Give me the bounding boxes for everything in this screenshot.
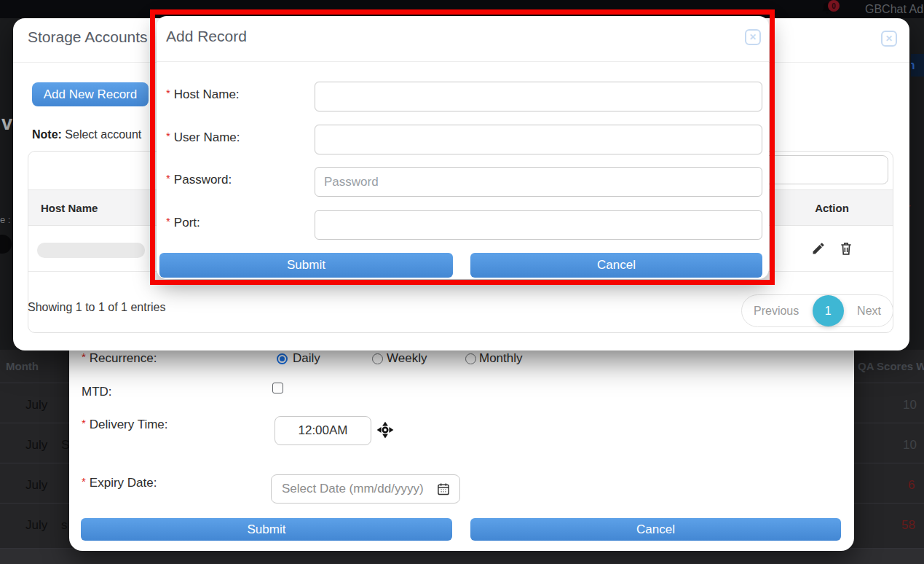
user-name-label: *User Name: <box>166 125 315 154</box>
close-icon[interactable]: ✕ <box>745 29 761 45</box>
host-name-column-header: Host Name <box>41 190 98 227</box>
radio-daily-label: Daily <box>293 351 320 366</box>
required-marker: * <box>82 350 86 363</box>
brand-text: GBChat Ad <box>865 3 923 16</box>
required-marker: * <box>82 417 86 429</box>
radio-monthly[interactable] <box>465 353 476 364</box>
required-marker: * <box>166 87 170 99</box>
password-input[interactable] <box>315 167 762 197</box>
required-marker: * <box>166 130 170 142</box>
recurrence-label: *Recurrence: <box>82 351 157 366</box>
pagination: Previous 1 Next <box>741 294 893 327</box>
required-marker: * <box>166 172 170 184</box>
table-cell-fragment: S <box>61 438 69 453</box>
add-record-submit-button[interactable]: Submit <box>159 253 453 278</box>
radio-monthly-label: Monthly <box>479 351 523 366</box>
mtd-checkbox[interactable] <box>272 383 283 393</box>
qa-score-value: 10 <box>903 398 917 412</box>
required-marker: * <box>166 215 170 227</box>
schedule-submit-button[interactable]: Submit <box>81 518 452 541</box>
table-cell-fragment: s <box>61 518 68 533</box>
add-record-title: Add Record <box>166 28 247 45</box>
pagination-next[interactable]: Next <box>857 305 881 318</box>
note-text: Note: Select account <box>32 128 141 141</box>
schedule-form-modal: *Recurrence: Daily Weekly Monthly MTD: *… <box>69 321 854 551</box>
host-name-input[interactable] <box>315 82 762 111</box>
action-column-header: Action <box>771 190 893 227</box>
radio-daily[interactable] <box>277 353 288 364</box>
showing-entries-text: Showing 1 to 1 of 1 entries <box>28 301 165 314</box>
add-record-cancel-button[interactable]: Cancel <box>470 253 762 278</box>
mtd-label: MTD: <box>82 385 112 399</box>
trash-icon[interactable] <box>839 241 853 256</box>
radio-weekly[interactable] <box>372 353 383 364</box>
schedule-cancel-button[interactable]: Cancel <box>470 518 841 541</box>
delivery-time-label: *Delivery Time: <box>82 418 168 432</box>
storage-modal-title: Storage Accounts <box>28 28 148 46</box>
expiry-date-input[interactable]: Select Date (mm/dd/yyyy) <box>271 474 460 504</box>
table-row: July <box>25 478 47 493</box>
table-row: July <box>25 398 47 412</box>
background-button-fragment: on <box>911 54 924 77</box>
delivery-time-input[interactable] <box>275 416 371 445</box>
expiry-date-label: *Expiry Date: <box>82 476 157 490</box>
user-name-input[interactable] <box>315 125 762 154</box>
close-icon[interactable]: ✕ <box>881 31 897 47</box>
calendar-icon[interactable] <box>436 482 451 496</box>
required-marker: * <box>82 475 86 487</box>
qa-score-value: 10 <box>903 438 917 453</box>
password-label: *Password: <box>166 167 315 197</box>
pagination-page-1[interactable]: 1 <box>813 295 844 326</box>
add-new-record-button[interactable]: Add New Record <box>32 82 149 106</box>
expiry-date-placeholder: Select Date (mm/dd/yyyy) <box>282 482 436 496</box>
month-column-header: Month <box>6 360 39 372</box>
host-name-label: *Host Name: <box>166 82 315 111</box>
screen: 0 GBChat Ad ve e : C on ogr Month QA Sco… <box>0 0 924 564</box>
qa-score-value: 6 <box>908 478 915 493</box>
table-row: July <box>25 518 47 533</box>
background-avatar-fragment <box>0 235 12 254</box>
qa-score-value: 58 <box>901 518 915 533</box>
header-divider <box>157 61 769 62</box>
table-row: July <box>25 438 47 453</box>
background-footer-strip <box>0 549 924 564</box>
port-input[interactable] <box>315 210 762 240</box>
notification-badge: 0 <box>828 0 840 12</box>
pencil-icon[interactable] <box>811 241 826 256</box>
dpad-crosshair-icon[interactable] <box>376 420 395 439</box>
radio-weekly-label: Weekly <box>387 351 427 366</box>
pagination-previous[interactable]: Previous <box>754 305 799 318</box>
port-label: *Port: <box>166 210 315 240</box>
add-record-modal: Add Record ✕ *Host Name: *User Name: *Pa… <box>157 16 769 279</box>
masked-host-name <box>37 243 145 258</box>
qa-scores-column-header: QA Scores W <box>858 360 924 372</box>
